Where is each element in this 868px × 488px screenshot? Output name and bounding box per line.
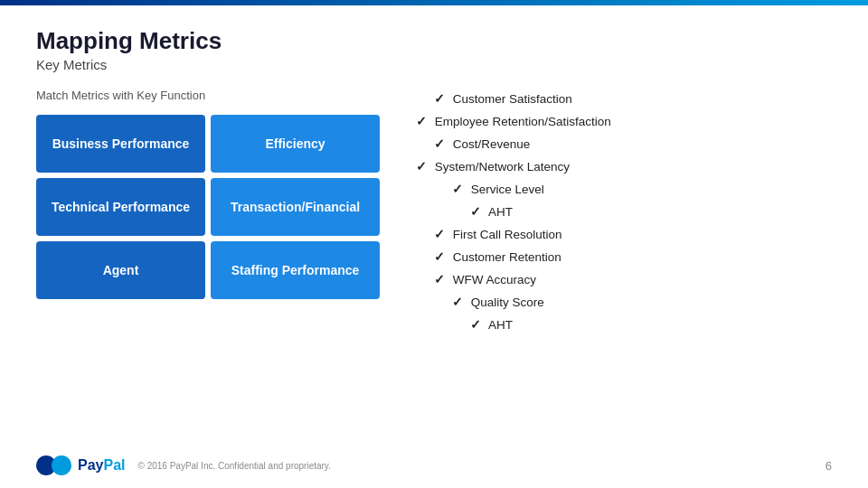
footer-page-number: 6 [826,459,832,473]
title-section: Mapping Metrics Key Metrics [36,27,832,72]
paypal-logo: PayPal [36,455,125,475]
checklist-item-customer-retention: Customer Retention [416,247,832,269]
checklist-item-wfw: WFW Accuracy [416,269,832,292]
paypal-circle-light [52,455,71,475]
left-section: Match Metrics with Key Function Business… [36,89,380,337]
sub-title: Key Metrics [36,57,832,72]
main-title: Mapping Metrics [36,27,832,55]
cell-staffing-performance: Staffing Performance [211,241,380,299]
checklist-item-system-network: System/Network Latency [416,156,832,179]
checklist: Customer Satisfaction Employee Retention… [416,89,832,337]
content-area: Match Metrics with Key Function Business… [36,89,832,337]
checklist-item-first-call: First Call Resolution [416,224,832,247]
cell-business-performance: Business Performance [36,115,205,173]
match-label: Match Metrics with Key Function [36,89,380,102]
right-section: Customer Satisfaction Employee Retention… [398,89,832,337]
checklist-item-service-level: Service Level [416,179,832,202]
paypal-text: PayPal [78,457,125,474]
metrics-grid: Business Performance Efficiency Technica… [36,115,380,299]
checklist-item-employee-retention: Employee Retention/Satisfaction [416,111,832,134]
footer: PayPal © 2016 PayPal Inc. Confidential a… [36,455,832,475]
checklist-item-cost-revenue: Cost/Revenue [416,134,832,156]
top-bar [0,0,868,5]
footer-left: PayPal © 2016 PayPal Inc. Confidential a… [36,455,331,475]
footer-copyright: © 2016 PayPal Inc. Confidential and prop… [137,461,330,471]
checklist-item-quality-score: Quality Score [416,292,832,314]
checklist-item-customer-satisfaction: Customer Satisfaction [416,89,832,111]
checklist-item-aht-2: AHT [416,314,832,337]
cell-technical-performance: Technical Performance [36,178,205,236]
checklist-item-aht-1: AHT [416,202,832,224]
cell-efficiency: Efficiency [211,115,380,173]
slide: Mapping Metrics Key Metrics Match Metric… [0,0,868,488]
cell-transaction-financial: Transaction/Financial [211,178,380,236]
cell-agent: Agent [36,241,205,299]
